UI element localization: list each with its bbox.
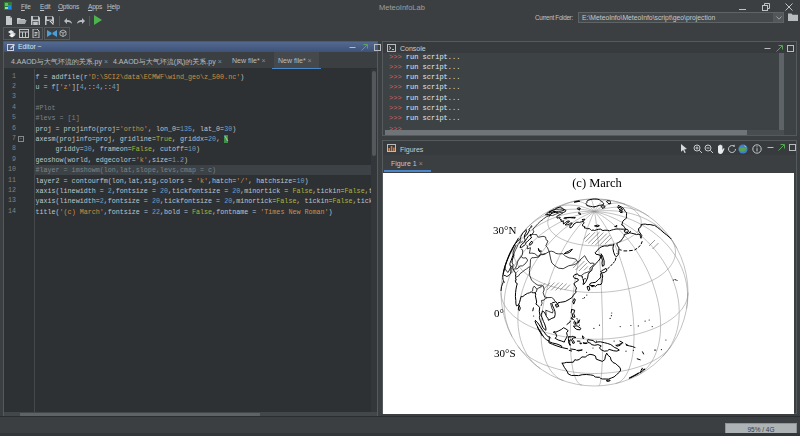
svg-text:30°N: 30°N <box>493 224 516 236</box>
svg-text:0°: 0° <box>494 307 504 319</box>
svg-text:(c) March: (c) March <box>572 176 622 190</box>
svg-text:30°S: 30°S <box>494 347 516 359</box>
